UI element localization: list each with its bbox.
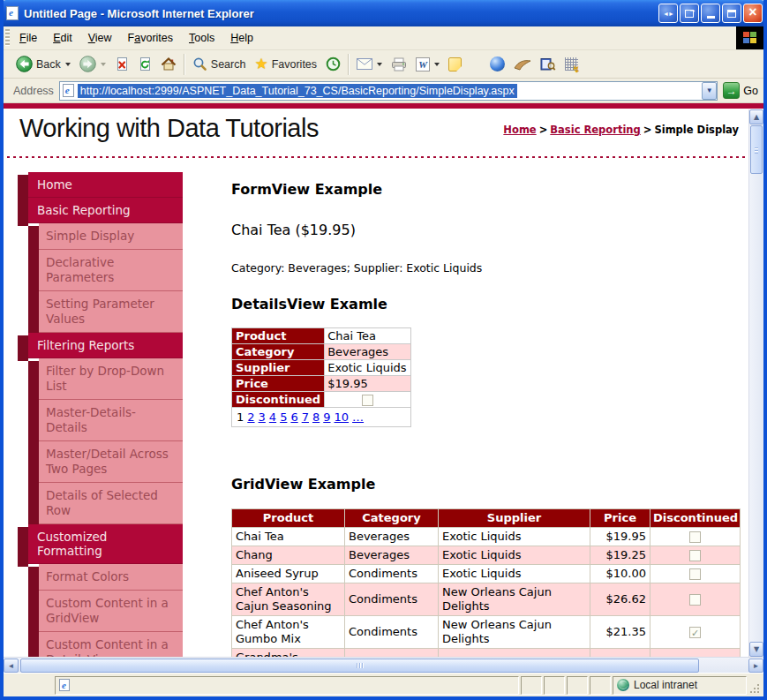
print-button[interactable] (387, 56, 411, 73)
sidebar-item-filtering-reports[interactable]: Filtering Reports (18, 333, 183, 358)
sidebar-item-master-detail-two-pages[interactable]: Master/Detail Across Two Pages (18, 441, 183, 483)
sidebar-item-home[interactable]: Home (18, 172, 183, 198)
mail-icon (357, 58, 372, 70)
menu-help[interactable]: Help (222, 26, 261, 49)
discontinued-checkbox[interactable] (689, 594, 701, 606)
sidebar-item-setting-parameter-values[interactable]: Setting Parameter Values (18, 291, 183, 333)
mail-button[interactable] (352, 56, 387, 72)
pager-link[interactable]: 9 (323, 410, 330, 424)
forward-button[interactable] (75, 54, 110, 74)
scroll-track[interactable] (749, 175, 763, 642)
history-button[interactable] (321, 55, 345, 73)
nav-shadow (28, 635, 39, 657)
right-arrow-icon: ► (753, 662, 760, 670)
browser-window: Untitled Page - Microsoft Internet Explo… (0, 0, 767, 700)
edit-with-word-button[interactable]: W (411, 56, 444, 73)
scroll-up-button[interactable]: ▲ (749, 109, 763, 124)
sidebar-item-filter-by-dropdown-list[interactable]: Filter by Drop-Down List (18, 358, 183, 400)
horizontal-scroll-thumb[interactable] (20, 659, 699, 673)
pager-link[interactable]: 3 (259, 410, 266, 424)
research-button[interactable] (536, 56, 560, 73)
pager-link[interactable]: 5 (280, 410, 287, 424)
search-button[interactable]: Search (188, 55, 251, 73)
msn-button[interactable] (485, 55, 509, 73)
table-row: Aniseed Syrup Condiments Exotic Liquids … (232, 565, 741, 583)
scroll-left-button[interactable]: ◄ (4, 659, 19, 673)
pager-link[interactable]: 10 (335, 410, 350, 424)
windows-logo (736, 26, 763, 49)
nav-shadow (18, 527, 28, 567)
discontinued-checkbox[interactable] (689, 531, 701, 543)
address-url[interactable]: http://localhost:2999/ASPNET_Data_Tutori… (78, 84, 517, 98)
discontinued-checkbox[interactable] (689, 627, 701, 638)
status-bar: Local intranet (4, 673, 763, 696)
discontinued-checkbox[interactable] (689, 568, 701, 580)
menu-edit[interactable]: Edit (45, 26, 80, 49)
minimize-button[interactable] (701, 4, 720, 23)
bird-button[interactable] (509, 56, 536, 72)
messenger-button[interactable] (560, 56, 583, 72)
stop-button[interactable] (110, 55, 133, 73)
vertical-scrollbar[interactable]: ▲ ▼ (748, 109, 763, 657)
title-bar: Untitled Page - Microsoft Internet Explo… (0, 0, 767, 26)
close-button[interactable]: × (743, 4, 763, 23)
sidebar-item-format-colors[interactable]: Format Colors (18, 564, 183, 591)
sidebar-item-declarative-parameters[interactable]: Declarative Parameters (18, 250, 183, 291)
window-popout-button[interactable] (680, 4, 699, 23)
resize-grip[interactable] (748, 682, 761, 695)
sidebar-item-basic-reporting[interactable]: Basic Reporting (18, 198, 183, 223)
pager-link[interactable]: 2 (247, 410, 254, 424)
maximize-button[interactable] (722, 4, 741, 23)
dv-field-label: Category (232, 344, 325, 360)
discuss-button[interactable] (444, 56, 466, 73)
sidebar-item-customized-formatting[interactable]: Customized Formatting (18, 524, 183, 564)
pager-link[interactable]: 8 (312, 410, 320, 424)
sidebar-item-details-of-selected-row[interactable]: Details of Selected Row (18, 483, 183, 524)
sidebar-item-custom-content-gridview[interactable]: Custom Content in a GridView (18, 591, 183, 632)
refresh-button[interactable] (133, 55, 156, 73)
mail-dropdown-icon[interactable] (377, 63, 382, 66)
table-row: Chai Tea Beverages Exotic Liquids $19.95 (232, 528, 741, 546)
go-button[interactable]: → Go (723, 82, 758, 99)
breadcrumb-section-link[interactable]: Basic Reporting (550, 124, 640, 136)
horizontal-scrollbar[interactable]: ◄ ► (4, 657, 763, 673)
address-dropdown-button[interactable]: ▼ (702, 82, 717, 100)
breadcrumb-home-link[interactable]: Home (503, 124, 536, 136)
col-header-supplier: Supplier (439, 509, 590, 528)
vertical-scroll-thumb[interactable] (750, 125, 763, 174)
nav-shadow (28, 294, 39, 335)
gridview-heading: GridView Example (231, 476, 740, 493)
pager-link[interactable]: … (352, 410, 364, 424)
menu-favorites[interactable]: Favorites (120, 26, 181, 49)
scroll-track[interactable] (19, 658, 748, 673)
back-button[interactable]: Back (11, 54, 75, 74)
favorites-button[interactable]: ★ Favorites (250, 55, 321, 73)
back-dropdown-icon[interactable] (65, 63, 71, 66)
sidebar-item-simple-display[interactable]: Simple Display (18, 223, 183, 250)
address-combo[interactable]: http://localhost:2999/ASPNET_Data_Tutori… (59, 81, 718, 101)
menu-view[interactable]: View (80, 26, 120, 49)
status-panel (590, 676, 611, 695)
refresh-icon (138, 56, 152, 72)
pager-link[interactable]: 7 (302, 410, 309, 424)
breadcrumb-current: Simple Display (654, 124, 739, 136)
pager-link[interactable]: 4 (269, 410, 276, 424)
toolbar-separator (348, 54, 350, 75)
discontinued-checkbox[interactable] (362, 395, 373, 406)
left-arrow-icon: ◄ (8, 662, 15, 670)
toolbar-grip[interactable] (5, 29, 10, 47)
formview-meta: Category: Beverages; Supplier: Exotic Li… (231, 261, 740, 275)
pager-link[interactable]: 6 (290, 410, 297, 424)
window-arrows-button[interactable]: ◄► (658, 4, 678, 23)
sidebar-item-custom-content-detailsview[interactable]: Custom Content in a DetailsView (18, 632, 183, 657)
menu-file[interactable]: File (11, 26, 45, 49)
discontinued-checkbox[interactable] (689, 550, 701, 561)
forward-dropdown-icon[interactable] (101, 63, 106, 66)
scroll-down-button[interactable]: ▼ (749, 642, 763, 657)
scroll-right-button[interactable]: ► (748, 659, 763, 673)
word-dropdown-icon[interactable] (434, 63, 440, 66)
nav-shadow (28, 485, 39, 527)
home-button[interactable] (156, 55, 181, 73)
sidebar-item-master-details-details[interactable]: Master-Details-Details (18, 400, 183, 441)
menu-tools[interactable]: Tools (181, 26, 222, 49)
